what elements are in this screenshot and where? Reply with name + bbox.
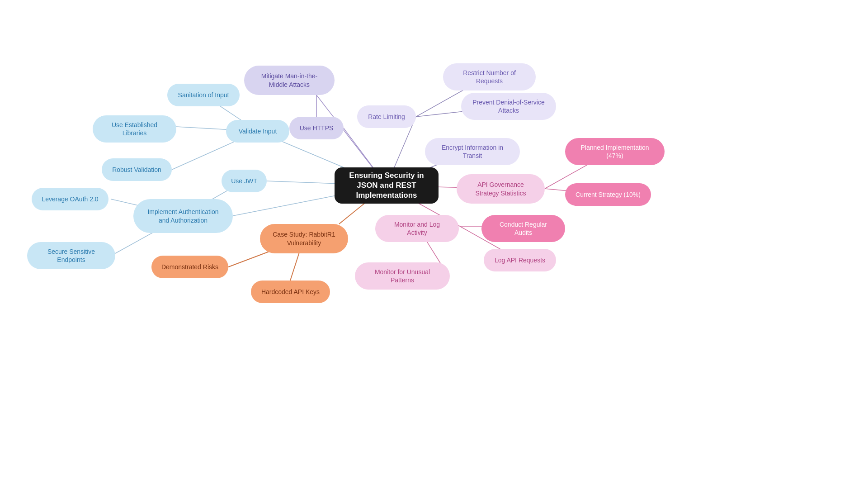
api-governance-node: API Governance Strategy Statistics — [457, 174, 545, 204]
restrict-requests-node: Restrict Number of Requests — [443, 63, 536, 90]
hardcoded-keys-node: Hardcoded API Keys — [251, 281, 330, 303]
rate-limiting-node: Rate Limiting — [357, 105, 416, 128]
demonstrated-risks-node: Demonstrated Risks — [151, 256, 228, 278]
center-node: Ensuring Security in JSON and REST Imple… — [335, 167, 439, 204]
current-strategy-node: Current Strategy (10%) — [565, 183, 651, 206]
sanitation-node: Sanitation of Input — [167, 84, 240, 106]
mitigate-mitm-node: Mitigate Man-in-the-Middle Attacks — [244, 66, 335, 95]
implement-auth-node: Implement Authentication and Authorizati… — [133, 199, 233, 233]
validate-input-node: Validate Input — [226, 120, 289, 143]
prevent-dos-node: Prevent Denial-of-Service Attacks — [461, 93, 556, 120]
leverage-oauth-node: Leverage OAuth 2.0 — [32, 188, 108, 210]
monitor-log-node: Monitor and Log Activity — [375, 215, 459, 242]
use-jwt-node: Use JWT — [222, 170, 267, 192]
conduct-audits-node: Conduct Regular Audits — [481, 215, 565, 242]
use-https-node: Use HTTPS — [289, 117, 344, 139]
robust-validation-node: Robust Validation — [102, 158, 172, 181]
encrypt-transit-node: Encrypt Information in Transit — [425, 138, 520, 165]
monitor-unusual-node: Monitor for Unusual Patterns — [355, 262, 450, 290]
use-established-node: Use Established Libraries — [93, 115, 176, 143]
planned-impl-node: Planned Implementation (47%) — [565, 138, 665, 165]
log-api-node: Log API Requests — [484, 249, 556, 271]
case-study-node: Case Study: RabbitR1 Vulnerability — [260, 224, 348, 253]
secure-endpoints-node: Secure Sensitive Endpoints — [27, 242, 115, 269]
